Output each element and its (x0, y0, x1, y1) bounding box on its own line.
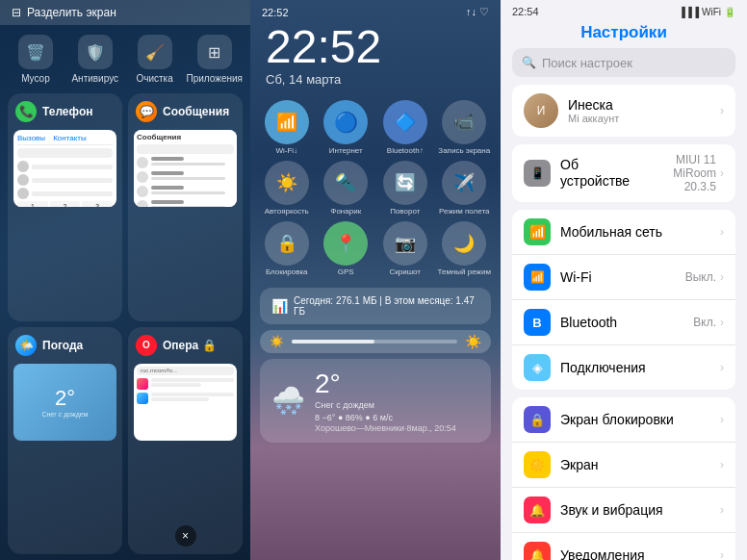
quick-action-clean[interactable]: 🧹 Очистка (127, 35, 183, 84)
app-card-opera[interactable]: O Опера 🔒 ruc.mcom/fo... (128, 327, 243, 555)
phone-search-bar (17, 148, 113, 158)
lock-cc-icon: 🔒 (265, 221, 309, 266)
cc-screenshot[interactable]: 📷 Скришот (378, 221, 432, 276)
cc-darkmode[interactable]: 🌙 Темный режим (438, 221, 492, 276)
phone-app-label: Телефон (42, 105, 92, 118)
cc-record-label: Запись экрана (438, 146, 490, 155)
settings-status-bar: 22:54 ▐▐▐ WiFi 🔋 (501, 0, 747, 19)
device-info: Об устройстве (560, 157, 630, 190)
settings-notifications-item[interactable]: 🔔 Уведомления › (512, 533, 735, 560)
cc-row-1: 📶 Wi-Fi↓ 🔵 Интернет 🔷 Bluetooth↑ 📹 Запис… (260, 100, 491, 155)
weather-card[interactable]: 🌨️ 2° Снег с дождем 8 −6° ● 86% ● 6 м/с … (260, 359, 491, 443)
quick-action-antivirus[interactable]: 🛡️ Антивирус (67, 35, 123, 84)
cc-brightness[interactable]: ☀️ Автояркость (260, 161, 314, 216)
weather-card-location: Хорошево—Мневники·8мар., 20:54 (315, 423, 479, 433)
weather-card-info: 2° Снег с дождем 8 −6° ● 86% ● 6 м/с Хор… (315, 369, 479, 433)
close-button[interactable]: × (175, 525, 196, 547)
split-screen-bar[interactable]: ⊟ Разделить экран (0, 0, 250, 25)
wifi-settings-label: Wi-Fi (560, 269, 685, 286)
left-panel: ⊟ Разделить экран 🗑️ Мусор 🛡️ Антивирус … (0, 0, 250, 560)
cc-gps[interactable]: 📍 GPS (320, 221, 374, 276)
middle-panel: 22:52 ↑↓ ♡ 22:52 Сб, 14 марта 📶 Wi-Fi↓ 🔵… (250, 0, 501, 560)
settings-wifi-item[interactable]: 📶 Wi-Fi Выкл. › (512, 255, 735, 300)
quick-action-apps-label: Приложения (186, 73, 243, 84)
weather-card-icon: 🌨️ (271, 385, 305, 417)
quick-action-trash[interactable]: 🗑️ Мусор (8, 35, 64, 84)
settings-signal: ▐▐▐ WiFi 🔋 (679, 7, 735, 17)
connections-icon: ◈ (524, 354, 551, 381)
trash-icon: 🗑️ (18, 35, 53, 69)
brightness-slider[interactable]: ☀️ ☀️ (260, 330, 491, 353)
cc-lock[interactable]: 🔒 Блокировка (260, 221, 314, 276)
app-card-weather[interactable]: 🌤️ Погода 2° Снег с дождем (8, 327, 122, 555)
settings-display-section: 🔒 Экран блокировки › ☀️ Экран › 🔔 Звук и… (512, 397, 735, 560)
app-card-phone[interactable]: 📞 Телефон Вызовы Контакты (8, 93, 122, 321)
cc-gps-label: GPS (338, 267, 354, 276)
app-card-messages[interactable]: 💬 Сообщения Сообщения (128, 93, 243, 321)
device-version: 20.3.5 (630, 180, 716, 193)
split-label: Разделить экран (27, 6, 116, 19)
settings-network-section: 📶 Мобильная сеть › 📶 Wi-Fi Выкл. › B (512, 210, 735, 390)
cc-airplane-label: Режим полета (439, 207, 489, 216)
settings-lockscreen-item[interactable]: 🔒 Экран блокировки › (512, 397, 735, 443)
cc-lock-label: Блокировка (266, 267, 308, 276)
weather-temp-small: 2° (55, 386, 75, 411)
bluetooth-status-value: Вкл. (693, 316, 716, 329)
messages-app-label: Сообщения (163, 105, 229, 118)
quick-actions-grid: 🗑️ Мусор 🛡️ Антивирус 🧹 Очистка ⊞ Прилож… (0, 25, 250, 93)
brightness-track (292, 340, 457, 344)
user-chevron: › (720, 104, 724, 117)
cc-bluetooth-label: Bluetooth↑ (387, 146, 424, 155)
cc-torch-label: Фонарик (330, 207, 361, 216)
notifications-label: Уведомления (560, 547, 720, 560)
settings-user-item[interactable]: И Инеска Mi аккаунт › (512, 85, 735, 137)
settings-user-section: И Инеска Mi аккаунт › (512, 85, 735, 137)
cc-screenshot-label: Скришот (389, 267, 421, 276)
settings-bluetooth-item[interactable]: B Bluetooth Вкл. › (512, 300, 735, 345)
apps-icon: ⊞ (197, 35, 232, 69)
device-version-area: MIUI 11 MiRoom 20.3.5 › (630, 153, 724, 193)
cc-record[interactable]: 📹 Запись экрана (438, 100, 492, 155)
lockscreen-label: Экран блокировки (560, 412, 720, 428)
brightness-cc-icon: ☀️ (265, 161, 309, 205)
settings-device-item[interactable]: 📱 Об устройстве MIUI 11 MiRoom 20.3.5 › (512, 144, 735, 202)
weather-app-icon: 🌤️ (15, 335, 37, 356)
quick-action-apps[interactable]: ⊞ Приложения (186, 35, 243, 84)
cc-airplane[interactable]: ✈️ Режим полета (438, 161, 492, 216)
settings-screen-item[interactable]: ☀️ Экран › (512, 443, 735, 488)
settings-list: И Инеска Mi аккаунт › 📱 Об устройстве (501, 85, 747, 560)
clean-icon: 🧹 (138, 35, 172, 69)
cc-wifi-label: Wi-Fi↓ (275, 146, 297, 155)
settings-mobile-item[interactable]: 📶 Мобильная сеть › (512, 210, 735, 255)
settings-connections-item[interactable]: ◈ Подключения › (512, 345, 735, 390)
weather-app-label: Погода (42, 339, 83, 352)
bluetooth-settings-icon: B (524, 309, 551, 336)
wifi-settings-icon: 📶 (524, 264, 551, 291)
search-bar[interactable]: 🔍 Поиск настроек (512, 48, 735, 77)
sound-label: Звук и вибрация (560, 502, 720, 519)
opera-app-label: Опера 🔒 (163, 339, 217, 352)
middle-status-time: 22:52 (262, 7, 289, 18)
control-center: 📶 Wi-Fi↓ 🔵 Интернет 🔷 Bluetooth↑ 📹 Запис… (250, 94, 501, 288)
user-subtitle: Mi аккаунт (568, 113, 720, 124)
data-notif-icon: 📊 (271, 298, 288, 314)
brightness-fill (292, 340, 374, 344)
phone-app-icon: 📞 (15, 101, 37, 122)
cc-bluetooth[interactable]: 🔷 Bluetooth↑ (378, 100, 432, 155)
cc-internet[interactable]: 🔵 Интернет (320, 100, 374, 155)
mobile-network-label: Мобильная сеть (560, 224, 720, 241)
cc-rotate-label: Поворот (390, 207, 420, 216)
screen-label: Экран (560, 457, 720, 473)
torch-cc-icon: 🔦 (323, 161, 368, 205)
darkmode-cc-icon: 🌙 (442, 221, 486, 266)
quick-action-trash-label: Мусор (21, 73, 50, 84)
cc-torch[interactable]: 🔦 Фонарик (320, 161, 374, 216)
data-notif-text: Сегодня: 276.1 МБ | В этом месяце: 1.47 … (294, 295, 479, 317)
search-placeholder: Поиск настроек (542, 56, 632, 70)
device-icon: 📱 (524, 160, 551, 187)
cc-rotate[interactable]: 🔄 Поворот (378, 161, 432, 216)
data-notification: 📊 Сегодня: 276.1 МБ | В этом месяце: 1.4… (260, 288, 491, 324)
notifications-icon: 🔔 (524, 542, 551, 560)
settings-sound-item[interactable]: 🔔 Звук и вибрация › (512, 488, 735, 533)
cc-wifi[interactable]: 📶 Wi-Fi↓ (260, 100, 314, 155)
